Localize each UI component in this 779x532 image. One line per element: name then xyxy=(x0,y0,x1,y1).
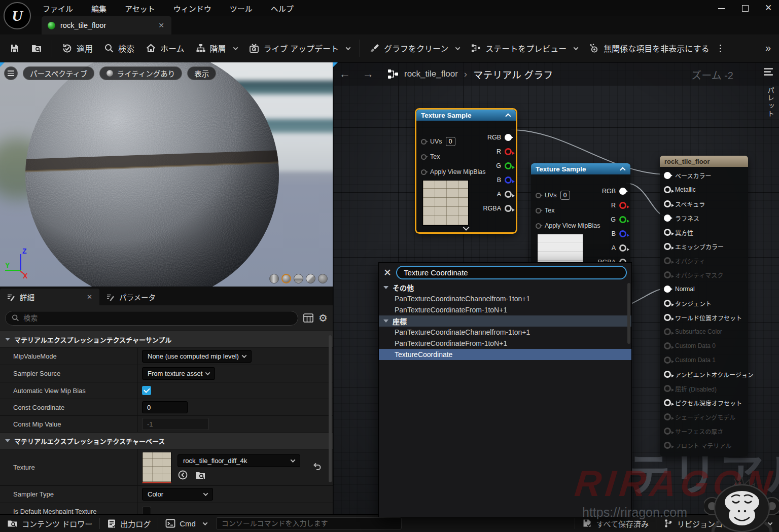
use-selected-asset-icon[interactable] xyxy=(178,470,188,480)
group-coordinates[interactable]: 座標 xyxy=(379,315,631,327)
pin-rgb[interactable]: RGB xyxy=(487,134,512,141)
node-search-input[interactable] xyxy=(396,266,627,279)
pin-r[interactable]: R xyxy=(611,202,626,209)
pin-tex[interactable]: Tex xyxy=(421,153,440,160)
pin-rgb[interactable]: RGB xyxy=(602,188,626,195)
menu-asset[interactable]: アセット xyxy=(125,3,155,14)
tab-close-icon[interactable]: ✕ xyxy=(87,293,92,301)
pin-rgba[interactable]: RGBA xyxy=(483,205,512,212)
shape-sphere-button[interactable] xyxy=(281,274,291,283)
preview-state-button[interactable]: ステートをプレビュー xyxy=(465,38,583,58)
shape-plane-button[interactable] xyxy=(294,274,303,283)
search-result-item[interactable]: PanTextureCoordinateChannelfrom-1ton+1 xyxy=(379,327,631,338)
shape-cube-button[interactable] xyxy=(306,274,315,283)
live-update-button[interactable]: ライブ アップデート xyxy=(243,38,356,58)
texture-thumbnail[interactable] xyxy=(142,452,171,483)
tab-parameters[interactable]: パラメータ xyxy=(99,289,163,305)
display-filter-icon[interactable] xyxy=(303,313,313,323)
cmd-dropdown-button[interactable]: Cmd xyxy=(158,519,214,528)
section-texture-sample[interactable]: マテリアルエクスプレッションテクスチャーサンプル xyxy=(0,331,333,347)
group-other[interactable]: その他 xyxy=(379,282,631,293)
search-result-item-selected[interactable]: TextureCoordinate xyxy=(379,349,631,360)
nav-forward-icon[interactable]: → xyxy=(357,67,380,81)
const-mip-value-input[interactable] xyxy=(142,418,209,430)
details-settings-gear-icon[interactable]: ⚙ xyxy=(318,312,328,324)
search-result-item[interactable]: PanTextureCoordinateFrom-1toN+1 xyxy=(379,338,631,349)
texture-asset-dropdown[interactable]: rock_tile_floor_diff_4k xyxy=(178,454,300,467)
result-pin[interactable]: ワールド位置オフセット xyxy=(660,310,748,325)
home-button[interactable]: ホーム xyxy=(140,38,190,58)
details-scrollbar[interactable] xyxy=(329,335,332,482)
save-button[interactable] xyxy=(4,39,25,57)
breadcrumb-current[interactable]: マテリアル グラフ xyxy=(473,67,553,81)
details-search-input[interactable] xyxy=(5,311,298,326)
result-pin[interactable]: スペキュラ xyxy=(660,197,748,211)
menu-help[interactable]: ヘルプ xyxy=(271,3,294,14)
tab-details[interactable]: 詳細 ✕ xyxy=(0,289,99,305)
pin-g[interactable]: G xyxy=(611,216,626,223)
pin-b[interactable]: B xyxy=(497,176,512,184)
perspective-button[interactable]: パースペクティブ xyxy=(23,66,94,80)
output-log-button[interactable]: 出力ログ xyxy=(100,518,158,529)
hide-unrelated-button[interactable]: 無関係な項目を非表示にする xyxy=(583,38,715,58)
unreal-engine-logo-icon[interactable]: U xyxy=(4,2,31,29)
material-graph-panel[interactable]: マテリアル ← → rock_tile_floor › マテリアル グラフ ズー… xyxy=(333,62,779,514)
content-drawer-button[interactable]: コンテンツ ドロワー xyxy=(0,518,99,529)
browse-to-asset-icon[interactable] xyxy=(195,470,206,480)
maximize-button[interactable] xyxy=(741,5,749,12)
texture-sample-node-1[interactable]: Texture Sample UVs0 Tex Apply View MipBi… xyxy=(416,110,516,232)
result-pin[interactable]: ベースカラー xyxy=(660,168,748,183)
revision-control-button[interactable]: リビジョンコントロール xyxy=(656,518,779,529)
result-pin[interactable]: Metallic xyxy=(660,183,748,197)
automatic-view-mip-bias-checkbox[interactable] xyxy=(142,386,151,395)
menu-edit[interactable]: 編集 xyxy=(91,3,107,14)
apply-button[interactable]: 適用 xyxy=(56,38,98,58)
mipvaluemode-dropdown[interactable]: None (use computed mip level) xyxy=(142,350,252,363)
tab-close-icon[interactable]: ✕ xyxy=(157,21,165,29)
menu-tools[interactable]: ツール xyxy=(230,3,253,14)
uvs-value-box[interactable]: 0 xyxy=(560,191,570,200)
pin-apply-view-mipbias[interactable]: Apply View MipBias xyxy=(536,222,600,229)
result-pin[interactable]: 異方性 xyxy=(660,225,748,239)
menu-file[interactable]: ファイル xyxy=(43,3,73,14)
pin-a[interactable]: A xyxy=(612,244,626,252)
palette-list-icon[interactable] xyxy=(764,68,773,76)
result-pin[interactable]: タンジェント xyxy=(660,296,748,310)
close-window-button[interactable]: ✕ xyxy=(765,5,772,12)
lit-mode-button[interactable]: ライティングあり xyxy=(99,66,182,80)
search-result-item[interactable]: PanTextureCoordinateFrom-1toN+1 xyxy=(379,304,631,315)
result-pin[interactable]: Normal xyxy=(660,282,748,296)
browse-to-asset-button[interactable] xyxy=(25,39,48,57)
sampler-type-dropdown[interactable]: Color xyxy=(142,488,213,501)
search-button[interactable]: 検索 xyxy=(98,38,140,58)
toolbar-overflow-button[interactable]: » xyxy=(762,42,779,55)
palette-tab[interactable]: パレット xyxy=(765,87,775,118)
const-coordinate-input[interactable] xyxy=(142,401,188,413)
reset-to-default-icon[interactable] xyxy=(312,463,322,472)
sampler-source-dropdown[interactable]: From texture asset xyxy=(142,367,215,380)
menu-window[interactable]: ウィンドウ xyxy=(173,3,211,14)
pin-g[interactable]: G xyxy=(496,162,512,169)
breadcrumb-root[interactable]: rock_tile_floor xyxy=(404,69,458,79)
pin-r[interactable]: R xyxy=(497,148,512,155)
clear-search-icon[interactable]: ✕ xyxy=(383,268,392,277)
pin-a[interactable]: A xyxy=(497,191,512,198)
search-result-item[interactable]: PanTextureCoordinateChannelfrom-1ton+1 xyxy=(379,293,631,304)
collapse-node-icon[interactable] xyxy=(505,113,511,119)
meshpaint-checkbox[interactable] xyxy=(142,507,151,514)
toolbar-options-kebab-icon[interactable] xyxy=(715,45,726,52)
viewport-menu-button[interactable] xyxy=(4,66,18,80)
uvs-value-box[interactable]: 0 xyxy=(446,137,455,146)
collapse-node-icon[interactable] xyxy=(620,167,625,172)
console-command-input[interactable] xyxy=(216,517,402,529)
nav-back-icon[interactable]: ← xyxy=(333,67,357,81)
pin-uvs[interactable]: UVs0 xyxy=(421,137,455,146)
material-result-node[interactable]: rock_tile_floor ベースカラー Metallic スペキュラ ラフ… xyxy=(660,156,748,456)
show-button[interactable]: 表示 xyxy=(187,66,216,80)
pin-tex[interactable]: Tex xyxy=(536,207,554,214)
pin-apply-view-mipbias[interactable]: Apply View MipBias xyxy=(421,168,486,175)
pin-uvs[interactable]: UVs0 xyxy=(536,191,570,200)
pin-b[interactable]: B xyxy=(612,230,626,237)
hierarchy-button[interactable]: 階層 xyxy=(190,38,243,58)
shape-cylinder-button[interactable] xyxy=(269,274,279,283)
